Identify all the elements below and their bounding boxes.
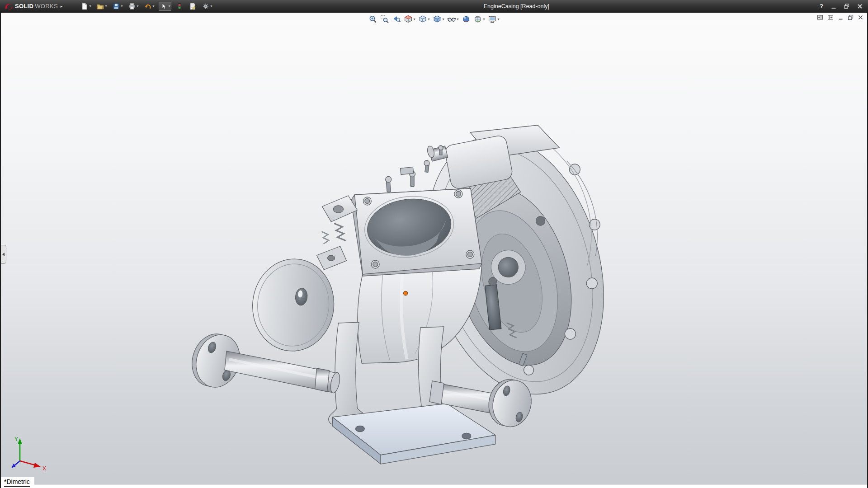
view-orientation-icon <box>418 15 427 23</box>
zoom-area-icon <box>380 15 389 23</box>
brand-solid: SOLID <box>15 3 33 9</box>
ds-logo-icon <box>4 2 14 10</box>
titlebar: SOLIDWORKS ▸ ▾ ▾ <box>0 0 868 13</box>
bolt-head <box>424 160 429 166</box>
undo-button[interactable]: ▾ <box>143 2 156 11</box>
dropdown-arrow-icon[interactable]: ▾ <box>498 18 500 21</box>
dropdown-arrow-icon[interactable]: ▾ <box>105 5 107 8</box>
display-style-button[interactable]: ▾ <box>432 14 444 24</box>
save-button[interactable]: ▾ <box>111 2 124 11</box>
interior-hole <box>536 216 545 225</box>
view-orientation-label: *Dimetric <box>1 477 34 488</box>
dropdown-arrow-icon[interactable]: ▾ <box>413 18 415 21</box>
section-view-button[interactable]: ▾ <box>403 14 415 24</box>
housing-boss <box>524 365 534 375</box>
zoom-fit-icon <box>368 15 377 23</box>
window-controls: ? <box>820 3 868 9</box>
apply-scene-icon <box>474 15 482 23</box>
select-cursor-icon <box>160 3 167 10</box>
rebuild-button[interactable] <box>175 2 184 11</box>
doc-restore-icon[interactable] <box>848 14 854 20</box>
status-bar <box>1 484 867 488</box>
undo-icon <box>144 3 151 10</box>
side-cover-disc[interactable] <box>248 255 339 355</box>
housing-boss <box>586 278 597 289</box>
open-folder-icon <box>97 3 104 10</box>
dropdown-arrow-icon[interactable]: ▾ <box>483 18 485 21</box>
previous-view-icon <box>392 15 401 23</box>
zoom-area-button[interactable] <box>380 14 389 24</box>
dropdown-arrow-icon[interactable]: ▾ <box>152 5 154 8</box>
file-properties-button[interactable] <box>188 2 198 11</box>
open-button[interactable]: ▾ <box>95 2 108 11</box>
doc-close-icon[interactable] <box>858 14 863 20</box>
heads-up-view-toolbar: ▾ ▾ ▾ <box>368 14 500 24</box>
mount-bracket[interactable] <box>317 196 358 270</box>
y-axis-arrow <box>18 438 22 444</box>
dropdown-arrow-icon[interactable]: ▾ <box>442 18 444 21</box>
restore-button[interactable] <box>844 4 849 9</box>
coordinate-triad: Y X <box>8 433 50 474</box>
panel-collapse-tab[interactable] <box>1 245 6 264</box>
print-icon <box>128 3 136 10</box>
hide-show-items-button[interactable]: ▾ <box>447 14 459 24</box>
dropdown-arrow-icon[interactable]: ▾ <box>428 18 429 21</box>
pane-toggle-right-icon[interactable] <box>827 14 834 20</box>
doc-minimize-icon[interactable] <box>838 14 844 20</box>
model-canvas[interactable] <box>1 12 867 488</box>
dropdown-arrow-icon[interactable]: ▾ <box>121 5 123 8</box>
brand-works: WORKS <box>35 3 58 9</box>
engine-casing-model[interactable] <box>185 115 632 464</box>
x-axis-arrow <box>33 463 41 468</box>
close-button[interactable] <box>857 4 863 9</box>
view-settings-button[interactable]: ▾ <box>488 14 500 24</box>
select-button[interactable]: ▾ <box>159 2 171 11</box>
dropdown-arrow-icon[interactable]: ▾ <box>210 5 212 8</box>
dropdown-arrow-icon[interactable]: ▾ <box>168 5 170 8</box>
new-document-button[interactable]: ▾ <box>80 2 92 11</box>
new-document-icon <box>81 3 88 10</box>
options-gear-icon <box>202 3 209 10</box>
document-window-controls <box>817 14 863 20</box>
apply-scene-button[interactable]: ▾ <box>473 14 486 24</box>
zoom-fit-button[interactable] <box>368 14 377 24</box>
section-view-icon <box>404 15 412 23</box>
dropdown-arrow-icon[interactable]: ▾ <box>457 18 459 21</box>
collapse-arrow-icon <box>2 253 5 256</box>
bolt-head <box>439 145 443 150</box>
housing-boss <box>565 328 576 339</box>
dropdown-arrow-icon[interactable]: ▾ <box>89 5 91 8</box>
edit-appearance-icon <box>462 15 471 23</box>
display-style-icon <box>433 15 441 23</box>
options-button[interactable]: ▾ <box>201 2 213 11</box>
selection-point[interactable] <box>404 291 408 296</box>
save-icon <box>113 3 120 10</box>
view-orientation-button[interactable]: ▾ <box>418 14 430 24</box>
file-properties-icon <box>189 3 196 10</box>
minimize-button[interactable] <box>831 4 836 9</box>
document-title: EngineCasing [Read-only] <box>484 3 549 9</box>
help-button[interactable]: ? <box>820 3 823 9</box>
triad-x-label: X <box>42 465 46 472</box>
dropdown-arrow-icon[interactable]: ▾ <box>137 5 138 8</box>
solidworks-window: SOLIDWORKS ▸ ▾ ▾ <box>0 0 868 488</box>
rebuild-traffic-light-icon <box>176 3 183 10</box>
previous-view-button[interactable] <box>392 14 401 24</box>
interior-pin <box>489 277 497 286</box>
solidworks-brand: SOLIDWORKS ▸ <box>0 2 67 10</box>
view-orientation-text: *Dimetric <box>4 478 30 487</box>
menu-expander-icon[interactable]: ▸ <box>61 4 63 9</box>
pane-toggle-left-icon[interactable] <box>817 14 823 20</box>
view-settings-icon <box>488 15 497 23</box>
quick-access-toolbar: ▾ ▾ ▾ <box>80 2 213 11</box>
edit-appearance-button[interactable] <box>462 14 471 24</box>
triad-y-label: Y <box>14 436 18 442</box>
hide-show-items-icon <box>448 15 456 23</box>
graphics-area[interactable]: ▾ ▾ ▾ <box>1 12 867 488</box>
print-button[interactable]: ▾ <box>127 2 140 11</box>
